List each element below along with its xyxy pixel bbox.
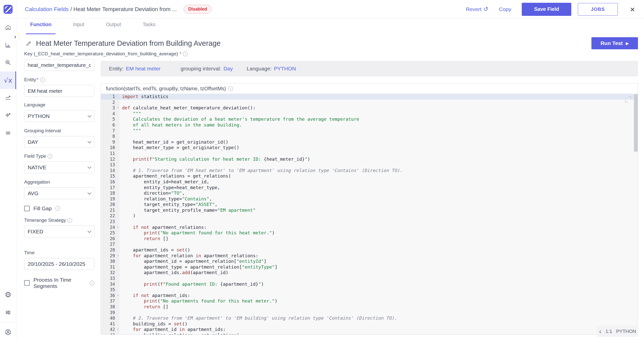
run-test-button[interactable]: Run Test ▶ <box>591 37 638 49</box>
key-input[interactable] <box>24 59 94 71</box>
sidebar-item-preferences[interactable] <box>0 304 16 321</box>
menu-icon <box>5 130 11 136</box>
entity-field-block: Entity * i <box>24 77 94 97</box>
sidebar-item-menu[interactable] <box>0 124 16 142</box>
language-select[interactable]: PYTHON <box>24 110 94 122</box>
copy-button[interactable]: Copy <box>499 6 511 12</box>
entity-label: Entity * i <box>24 77 94 82</box>
time-label: Time <box>24 250 94 255</box>
page-title: Heat Meter Temperature Deviation from Bu… <box>36 39 221 48</box>
editor-language-mode[interactable]: PYTHON <box>616 329 636 334</box>
summary-language-value[interactable]: PYTHON <box>274 66 296 72</box>
search-analytics-icon <box>5 59 11 66</box>
summary-entity-label: Entity: <box>109 66 124 72</box>
sidebar-expand-button[interactable]: › <box>11 32 20 41</box>
tab-input[interactable]: Input <box>69 19 88 34</box>
config-summary-bar: Entity: EM heat meter grouping interval:… <box>101 61 638 76</box>
bar-chart-icon <box>5 42 11 48</box>
info-icon[interactable]: i <box>90 281 94 285</box>
aggregation-select[interactable]: AVG <box>24 187 94 199</box>
gear-icon: ⚙ <box>5 291 12 299</box>
breadcrumb: Calculation Fields / Heat Meter Temperat… <box>25 6 177 13</box>
key-label: Key (_ECD_heat_meter_temperature_deviati… <box>24 51 94 57</box>
top-bar: Calculation Fields / Heat Meter Temperat… <box>0 0 644 19</box>
time-range-input[interactable] <box>24 258 94 270</box>
app-logo-icon[interactable] <box>4 5 13 14</box>
save-field-button[interactable]: Save Field <box>522 3 571 16</box>
language-label: Language <box>24 102 94 108</box>
user-icon <box>5 329 12 336</box>
info-icon[interactable]: i <box>183 52 188 56</box>
revert-button[interactable]: Revert ↺ <box>466 6 488 12</box>
summary-grouping-value[interactable]: Day <box>223 66 233 72</box>
trend-icon <box>5 95 11 101</box>
chevron-right-icon: › <box>14 34 16 40</box>
function-signature: function(startTs, endTs, groupBy, tzName… <box>106 86 226 92</box>
fill-gap-checkbox[interactable] <box>24 206 30 211</box>
sidebar-item-monitoring[interactable] <box>0 54 16 71</box>
timerange-strategy-label: Timerange Strategy i <box>24 218 94 223</box>
aggregation-label: Aggregation <box>24 179 94 185</box>
time-field-block: Time <box>24 250 94 270</box>
breadcrumb-current: / Heat Meter Temperature Deviation from … <box>70 6 177 13</box>
sidebar-item-trends[interactable] <box>0 89 16 107</box>
summary-language-label: Language: <box>247 66 272 72</box>
process-in-time-segments-checkbox[interactable] <box>24 280 30 286</box>
info-icon[interactable]: i <box>67 218 72 223</box>
sqrt-icon: √x <box>4 76 12 84</box>
chevron-down-icon <box>88 229 92 233</box>
chevron-down-icon <box>88 165 92 169</box>
collapse-left-icon[interactable]: ‹ <box>599 328 601 335</box>
aggregation-field-block: Aggregation AVG <box>24 179 94 199</box>
code-editor: function(startTs, endTs, groupBy, tzName… <box>101 83 638 335</box>
info-icon[interactable]: i <box>228 86 233 91</box>
grouping-interval-select[interactable]: DAY <box>24 136 94 148</box>
chevron-down-icon <box>88 191 92 195</box>
process-in-time-segments-label: Process In Time Segments <box>33 277 79 289</box>
close-icon[interactable]: × <box>630 5 635 14</box>
process-in-time-segments-row: Process In Time Segments i <box>24 277 94 289</box>
revert-icon: ↺ <box>484 6 488 12</box>
chevron-down-icon <box>88 140 92 144</box>
language-field-block: Language PYTHON <box>24 102 94 122</box>
tab-tasks[interactable]: Tasks <box>138 19 160 34</box>
header-actions: Revert ↺ Copy Save Field JOBS × <box>466 3 635 16</box>
info-icon[interactable]: i <box>55 206 60 211</box>
edit-title-icon[interactable] <box>25 40 32 47</box>
fullscreen-expand-icon[interactable] <box>625 96 631 102</box>
timerange-strategy-field-block: Timerange Strategy i FIXED <box>24 218 94 237</box>
field-type-label: Field Type i <box>24 153 94 159</box>
field-type-select[interactable]: NATIVE <box>24 161 94 173</box>
timerange-strategy-select[interactable]: FIXED <box>24 226 94 237</box>
jobs-button[interactable]: JOBS <box>578 3 618 16</box>
required-mark: * <box>180 51 181 57</box>
summary-grouping-label: grouping interval: <box>181 66 221 72</box>
main-content: Function Input Output Tasks Heat Meter T… <box>16 19 644 341</box>
icon-sidebar: √x ⚙ <box>0 19 16 341</box>
sidebar-divider <box>0 322 16 322</box>
editor-status-bar: ‹ 1:1 PYTHON <box>597 326 638 337</box>
tab-output[interactable]: Output <box>102 19 125 34</box>
title-row: Heat Meter Temperature Deviation from Bu… <box>25 37 638 49</box>
breadcrumb-link[interactable]: Calculation Fields <box>25 6 69 13</box>
editor-scrollbar-thumb[interactable] <box>634 94 638 152</box>
sidebar-item-calculated-fields[interactable]: √x <box>0 71 16 89</box>
info-icon[interactable]: i <box>48 154 52 159</box>
code-area[interactable]: 1import statistics23▾def calculate_heat_… <box>101 94 638 334</box>
sparkles-icon <box>5 112 11 119</box>
tab-function[interactable]: Function <box>26 19 56 34</box>
summary-entity-value[interactable]: EM heat meter <box>126 66 160 72</box>
entity-input[interactable] <box>24 85 94 97</box>
sidebar-item-account[interactable] <box>0 323 16 341</box>
function-signature-bar: function(startTs, endTs, groupBy, tzName… <box>101 83 638 94</box>
field-type-field-block: Field Type i NATIVE <box>24 153 94 173</box>
chevron-down-icon <box>88 114 92 118</box>
sidebar-item-ai[interactable] <box>0 107 16 124</box>
app-logo-box <box>0 0 16 19</box>
editor-zoom-level: 1:1 <box>606 329 612 334</box>
code-lines[interactable]: 1import statistics23▾def calculate_heat_… <box>101 94 638 334</box>
status-badge: Disabled <box>184 5 212 14</box>
sidebar-item-settings[interactable]: ⚙ <box>0 286 16 304</box>
grouping-interval-label: Grouping Interval <box>24 128 94 134</box>
info-icon[interactable]: i <box>40 77 45 82</box>
